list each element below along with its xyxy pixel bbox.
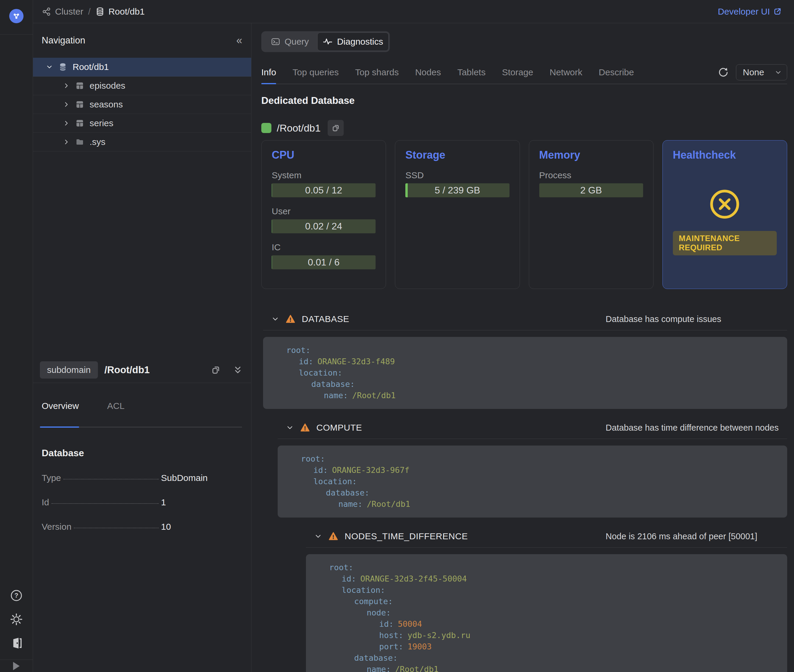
settings-button[interactable] [10,613,23,626]
issue-compute: COMPUTE Database has time difference bet… [278,419,787,518]
field-id: Id 1 [42,497,242,507]
chevron-right-icon[interactable] [63,101,70,108]
refresh-button[interactable] [717,67,729,78]
issue-yaml-block: root: id:ORANGE-32d3-2f45-50004 location… [306,554,787,672]
pulse-icon [323,37,333,47]
tree-item-label: Root/db1 [73,62,109,72]
folder-icon [75,138,84,146]
issue-header[interactable]: COMPUTE Database has time difference bet… [278,419,787,436]
chevron-down-icon[interactable] [314,533,322,540]
schema-tree: Root/db1 episodes [33,58,251,152]
cpu-user-meter: 0.02 / 24 [272,219,376,233]
storage-ssd-meter: 5 / 239 GB [405,183,509,197]
issue-header[interactable]: DATABASE Database has compute issues [263,310,787,328]
memory-card: Memory Process 2 GB [529,140,653,289]
breadcrumb-cluster[interactable]: Cluster [55,6,83,17]
field-type: Type SubDomain [42,473,242,483]
tree-item-seasons[interactable]: seasons [33,95,251,114]
autorefresh-value: None [743,67,764,77]
svg-text:?: ? [14,592,18,599]
tab-info[interactable]: Info [261,61,276,84]
warning-triangle-icon [328,531,338,541]
tree-item-episodes[interactable]: episodes [33,77,251,95]
issue-status: Node is 2106 ms ahead of peer [50001] [606,531,757,541]
cluster-nodes-icon [12,11,21,21]
breadcrumb-current: Root/db1 [108,6,145,17]
warning-triangle-icon [300,423,310,432]
meter-fill [405,183,407,197]
database-cylinder-icon [58,62,67,71]
copy-path-button[interactable] [211,365,221,375]
terminal-icon [271,37,280,46]
db-status-indicator [261,123,271,133]
chevron-down-icon[interactable] [271,315,279,323]
storage-card-title: Storage [405,149,509,161]
autorefresh-select[interactable]: None [736,64,787,80]
chevron-right-icon[interactable] [63,138,70,146]
help-button[interactable]: ? [10,589,23,602]
rail-divider [0,34,33,35]
collapse-panel-icon[interactable]: « [236,35,242,46]
exit-door-icon [10,637,23,650]
meter-value: 5 / 239 GB [434,185,480,196]
database-cylinder-icon [95,7,105,16]
tab-top-queries[interactable]: Top queries [293,61,339,84]
tree-item-label: series [90,118,114,128]
page-title: Dedicated Database [261,95,787,106]
tab-describe[interactable]: Describe [599,61,634,84]
meter-value: 2 GB [580,185,602,196]
issue-nodes-time-difference: NODES_TIME_DIFFERENCE Node is 2106 ms ah… [306,528,787,672]
issue-database: DATABASE Database has compute issues roo… [263,310,787,409]
developer-ui-link[interactable]: Developer UI [718,6,782,17]
field-value: SubDomain [161,473,208,483]
cluster-share-icon [42,7,51,16]
active-tab-indicator [40,426,79,428]
tree-item-series[interactable]: series [33,114,251,133]
external-link-icon [773,7,782,16]
ydb-logo[interactable] [9,9,24,23]
issue-status: Database has compute issues [606,314,721,324]
table-icon [75,100,84,109]
view-diagnostics[interactable]: Diagnostics [317,32,389,51]
tree-item-root-db1[interactable]: Root/db1 [33,58,251,77]
chevron-down-icon[interactable] [46,63,53,70]
tab-acl[interactable]: ACL [107,401,125,411]
tab-top-shards[interactable]: Top shards [355,61,399,84]
tab-overview[interactable]: Overview [42,401,79,411]
metric-label: User [272,206,376,216]
main-content: Query Diagnostics Info Top queries [251,23,794,672]
chevron-down-icon[interactable] [286,424,294,432]
memory-process-meter: 2 GB [539,183,643,197]
dotted-leader [63,479,158,480]
tab-storage[interactable]: Storage [502,61,533,84]
view-switcher: Query Diagnostics [261,31,390,52]
chevron-right-icon[interactable] [63,82,70,89]
meter-value: 0.05 / 12 [305,185,342,196]
tab-tablets[interactable]: Tablets [458,61,486,84]
storage-card: Storage SSD 5 / 239 GB [395,140,520,289]
logout-button[interactable] [10,636,23,650]
circle-x-icon [708,187,741,221]
tree-item-sys[interactable]: .sys [33,133,251,152]
healthcheck-card[interactable]: Healthcheck MAINTENANCE REQUIRED [663,140,787,289]
metric-label: System [272,170,376,180]
cpu-card: CPU System 0.05 / 12 User 0.02 / 24 IC [261,140,386,289]
tab-network[interactable]: Network [550,61,583,84]
expand-details-button[interactable] [233,365,242,374]
cpu-system-meter: 0.05 / 12 [272,183,376,197]
expand-panel-button[interactable] [0,660,33,672]
table-icon [75,81,84,90]
healthcheck-status-badge: MAINTENANCE REQUIRED [673,231,777,255]
app-window: ? [0,0,794,672]
gear-icon [10,613,23,626]
view-query[interactable]: Query [263,32,317,51]
chevron-down-icon [775,69,781,75]
chevron-right-icon[interactable] [63,120,70,127]
cpu-card-title: CPU [272,149,376,161]
tab-nodes[interactable]: Nodes [415,61,441,84]
tree-item-label: seasons [90,99,123,109]
entity-kind-badge: subdomain [40,361,98,379]
table-icon [75,119,84,128]
copy-db-path-button[interactable] [328,120,344,136]
issue-header[interactable]: NODES_TIME_DIFFERENCE Node is 2106 ms ah… [306,528,787,545]
